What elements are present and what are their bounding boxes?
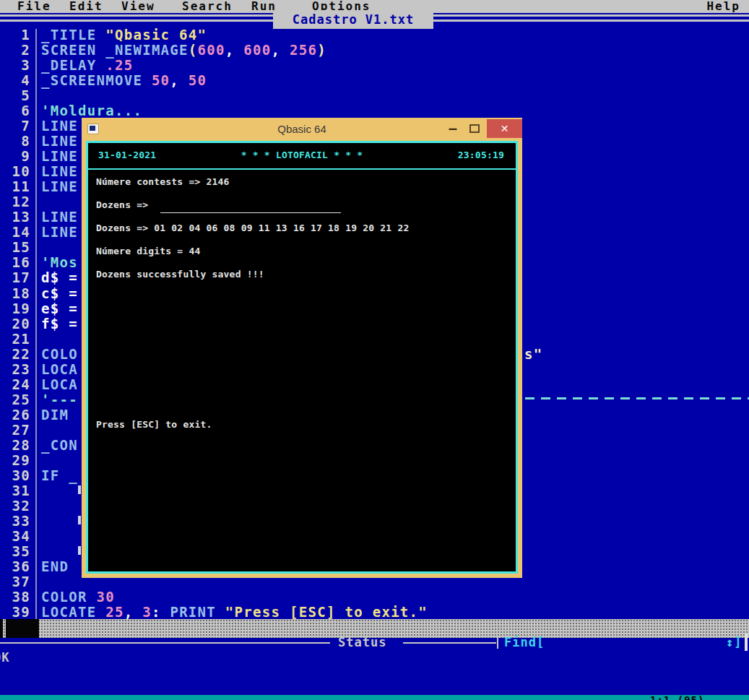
code-line-6[interactable]: 6'Moldura... xyxy=(0,103,749,118)
line-number: 1 xyxy=(0,27,30,43)
code-line-38[interactable]: 38COLOR 30 xyxy=(0,589,749,605)
line-number: 10 xyxy=(0,164,30,179)
maximize-icon xyxy=(469,124,480,133)
line-number: 23 xyxy=(0,362,30,377)
console-frame: 31-01-2021 * * * LOTOFACIL * * * 23:05:1… xyxy=(86,141,518,574)
code-line-5[interactable]: 5 xyxy=(0,88,749,103)
line-number: 39 xyxy=(0,605,30,620)
line-number: 35 xyxy=(0,544,30,559)
line-number: 2 xyxy=(0,43,30,58)
line-number: 19 xyxy=(0,301,30,316)
line-number: 27 xyxy=(0,423,30,438)
code-line-2[interactable]: 2SCREEN _NEWIMAGE(600, 600, 256) xyxy=(0,43,749,58)
line-number: 29 xyxy=(0,453,30,468)
qb64-ide: Help FileEditViewSearchRunOptions Cadast… xyxy=(0,0,749,700)
line-number: 13 xyxy=(0,209,30,225)
line-number: 5 xyxy=(0,88,30,103)
console-message: Númere contests => 2146 xyxy=(96,176,230,187)
line-number: 26 xyxy=(0,407,30,423)
line-number: 25 xyxy=(0,392,30,407)
console-banner: * * * LOTOFACIL * * * xyxy=(88,150,516,160)
status-label: Status xyxy=(338,636,386,649)
line-number: 15 xyxy=(0,240,30,255)
maximize-button[interactable] xyxy=(467,123,482,136)
line-number: 38 xyxy=(0,589,30,605)
line-number: 12 xyxy=(0,194,30,209)
code-line-3[interactable]: 3_DELAY .25 xyxy=(0,58,749,73)
line-number: 36 xyxy=(0,559,30,574)
minimize-button[interactable]: – xyxy=(446,121,460,138)
line-number: 34 xyxy=(0,529,30,544)
bottom-bar: 1:1 (95) xyxy=(0,695,749,700)
line-number: 22 xyxy=(0,347,30,362)
line-number: 32 xyxy=(0,498,30,514)
close-button[interactable]: ✕ xyxy=(487,119,522,138)
code-line-1[interactable]: 1_TITLE "Qbasic 64" xyxy=(0,27,749,43)
scrollbar-thumb[interactable] xyxy=(6,619,39,638)
line-number: 30 xyxy=(0,468,30,483)
tab-divider-line xyxy=(433,14,749,17)
line-number: 24 xyxy=(0,377,30,392)
line-number: 14 xyxy=(0,225,30,240)
console-clock: 23:05:19 xyxy=(458,150,504,160)
qbasic64-window: Qbasic 64 – ✕ 31-01-2021 * * * LOTOFACIL… xyxy=(82,118,522,578)
status-divider-line xyxy=(403,642,496,644)
console-screen: 31-01-2021 * * * LOTOFACIL * * * 23:05:1… xyxy=(88,143,516,571)
status-divider-line xyxy=(0,642,330,644)
code-line-39[interactable]: 39LOCATE 25, 3: PRINT "Press [ESC] to ex… xyxy=(0,605,749,620)
code-line-4[interactable]: 4_SCREENMOVE 50, 50 xyxy=(0,73,749,88)
line-number: 3 xyxy=(0,58,30,73)
scrollbar-notch xyxy=(0,619,3,638)
find-scroll-indicator[interactable]: ↕] xyxy=(726,636,742,649)
tab-cadastro-v1[interactable]: Cadastro V1.txt xyxy=(273,10,433,29)
line-number: 16 xyxy=(0,255,30,270)
console-message: Dozens successfully saved !!! xyxy=(96,269,264,280)
line-number: 8 xyxy=(0,134,30,149)
line-number: 18 xyxy=(0,286,30,301)
line-number: 28 xyxy=(0,438,30,453)
tab-divider-line xyxy=(433,20,749,22)
input-underline xyxy=(160,212,341,213)
tab-divider-line xyxy=(0,20,273,22)
line-number: 21 xyxy=(0,332,30,347)
console-message: Dozens => xyxy=(96,199,148,210)
line-number: 31 xyxy=(0,483,30,498)
line-number: 37 xyxy=(0,574,30,589)
line-number: 9 xyxy=(0,149,30,164)
find-input[interactable]: Find[ xyxy=(504,636,545,649)
line-number: 11 xyxy=(0,179,30,194)
line-number: 17 xyxy=(0,270,30,285)
console-exit-message: Press [ESC] to exit. xyxy=(96,419,212,430)
ok-label: OK xyxy=(0,650,9,665)
console-header-divider xyxy=(88,168,516,170)
scrollbar-edge-mark xyxy=(745,634,748,651)
window-titlebar[interactable]: Qbasic 64 – ✕ xyxy=(82,118,522,141)
line-number: 33 xyxy=(0,514,30,529)
line-number: 4 xyxy=(0,73,30,88)
tab-divider-line xyxy=(0,14,273,17)
console-message: Dozens => 01 02 04 06 08 09 11 13 16 17 … xyxy=(96,222,409,233)
line-number: 7 xyxy=(0,118,30,134)
status-tick xyxy=(497,636,498,649)
line-number: 6 xyxy=(0,103,30,118)
console-message: Númere digits = 44 xyxy=(96,246,200,256)
cursor-position: 1:1 (95) xyxy=(650,695,704,700)
line-number: 20 xyxy=(0,316,30,332)
